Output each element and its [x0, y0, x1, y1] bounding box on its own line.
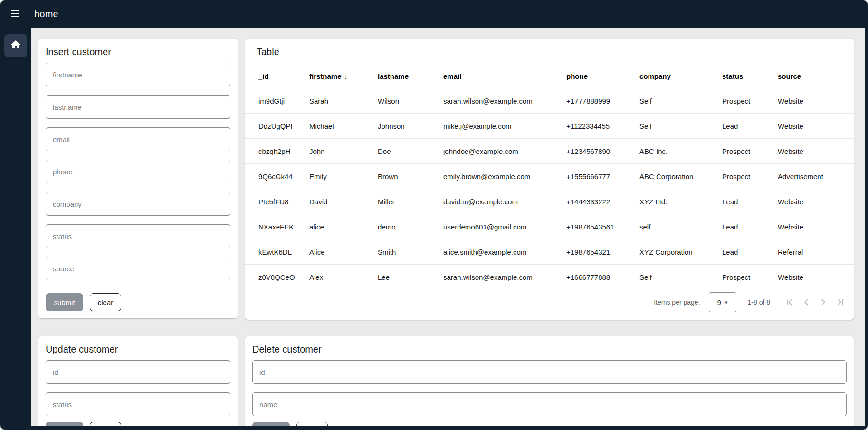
- cell-lastname: Miller: [378, 189, 443, 214]
- cell-email: userdemo601@gmail.com: [443, 214, 566, 239]
- cell-company: Self: [639, 265, 722, 290]
- column-header-source[interactable]: source: [778, 64, 854, 88]
- cell-phone: +1666777888: [566, 265, 639, 290]
- column-header-phone[interactable]: phone: [566, 64, 639, 88]
- cell-company: Self: [639, 114, 722, 139]
- insert-customer-title: Insert customer: [46, 46, 230, 57]
- cell-id: z0V0QCeO: [245, 265, 309, 290]
- cell-source: Referral: [778, 239, 854, 265]
- cell-status: Prospect: [722, 88, 778, 114]
- last-page-icon[interactable]: [832, 294, 849, 311]
- column-header-company[interactable]: company: [639, 64, 722, 88]
- page-range-label: 1-8 of 8: [748, 298, 770, 306]
- cell-source: Website: [778, 189, 854, 214]
- menu-icon[interactable]: [6, 4, 25, 23]
- cell-status: Lead: [722, 114, 778, 139]
- column-header-email[interactable]: email: [443, 64, 566, 88]
- column-header-firstname[interactable]: firstname↓: [309, 64, 378, 88]
- insert-clear-button[interactable]: clear: [90, 293, 121, 311]
- cell-email: emily.brown@example.com: [443, 164, 566, 189]
- cell-id: cbzqh2pH: [245, 139, 309, 164]
- previous-page-icon[interactable]: [798, 294, 815, 311]
- next-page-icon[interactable]: [815, 294, 832, 311]
- cell-source: Website: [778, 265, 854, 290]
- app-window: home Insert customer: [0, 0, 868, 430]
- cell-phone: +1777888999: [566, 88, 639, 114]
- main-content: Insert customer submit clear Table: [31, 28, 865, 426]
- delete-id-field[interactable]: [252, 360, 847, 384]
- table-card: Table _id firstname↓ lastname email: [245, 39, 854, 320]
- table-row: Pte5fFU8DavidMillerdavid.m@example.com+1…: [245, 189, 854, 214]
- cell-status: Prospect: [722, 265, 778, 290]
- insert-submit-button[interactable]: submit: [46, 293, 83, 311]
- first-page-icon[interactable]: [781, 294, 798, 311]
- cell-company: ABC Inc.: [639, 139, 722, 164]
- table-row: kEwtK6DLAliceSmithalice.smith@example.co…: [245, 239, 854, 265]
- cell-phone: +1122334455: [566, 114, 639, 139]
- cell-email: johndoe@example.com: [443, 139, 566, 164]
- update-customer-title: Update customer: [46, 344, 230, 355]
- column-header-lastname[interactable]: lastname: [378, 64, 443, 88]
- cell-lastname: demo: [378, 214, 443, 239]
- cell-firstname: John: [309, 139, 378, 164]
- cell-firstname: Sarah: [309, 88, 378, 114]
- cell-firstname: alice: [309, 214, 378, 239]
- cell-source: Website: [778, 139, 854, 164]
- cell-phone: +19876543561: [566, 214, 639, 239]
- update-customer-card: Update customer submit clear: [38, 336, 238, 426]
- cell-id: DdzUgQPI: [245, 114, 309, 139]
- cell-status: Prospect: [722, 139, 778, 164]
- cell-id: 9Q6cGk44: [245, 164, 309, 189]
- delete-clear-button[interactable]: clear: [296, 422, 328, 426]
- cell-firstname: David: [309, 189, 378, 214]
- dropdown-caret-icon: ▾: [725, 299, 728, 306]
- cell-company: Self: [639, 88, 722, 114]
- cell-lastname: Brown: [378, 164, 443, 189]
- delete-submit-button[interactable]: submit: [252, 422, 290, 426]
- status-field[interactable]: [46, 224, 230, 248]
- table-title: Table: [257, 46, 854, 57]
- column-header-id[interactable]: _id: [245, 64, 309, 88]
- sidebar-item-home[interactable]: [4, 34, 27, 57]
- email-field[interactable]: [46, 127, 230, 151]
- cell-lastname: Smith: [378, 239, 443, 265]
- company-field[interactable]: [46, 192, 230, 216]
- cell-company: ABC Corporation: [639, 164, 722, 189]
- update-id-field[interactable]: [46, 360, 230, 384]
- cell-lastname: Johnson: [378, 114, 443, 139]
- cell-lastname: Wilson: [378, 88, 443, 114]
- cell-email: sarah.wilson@example.com: [443, 88, 566, 114]
- cell-email: david.m@example.com: [443, 189, 566, 214]
- cell-id: NXaxeFEK: [245, 214, 309, 239]
- sort-desc-icon: ↓: [344, 72, 348, 80]
- cell-email: mike.j@example.com: [443, 114, 566, 139]
- page-size-select[interactable]: 9 ▾: [709, 292, 736, 312]
- cell-phone: +1444333222: [566, 189, 639, 214]
- update-submit-button[interactable]: submit: [46, 422, 83, 426]
- cell-company: self: [639, 214, 722, 239]
- firstname-field[interactable]: [46, 63, 230, 86]
- cell-source: Advertisement: [778, 164, 854, 189]
- update-status-field[interactable]: [46, 392, 230, 416]
- update-clear-button[interactable]: clear: [90, 422, 121, 426]
- items-per-page-label: Items per page:: [654, 298, 700, 306]
- cell-phone: +1555666777: [566, 164, 639, 189]
- cell-email: alice.smith@example.com: [443, 239, 566, 265]
- lastname-field[interactable]: [46, 95, 230, 119]
- cell-id: Pte5fFU8: [245, 189, 309, 214]
- cell-status: Prospect: [722, 164, 778, 189]
- column-header-status[interactable]: status: [722, 64, 778, 88]
- cell-firstname: Alice: [309, 239, 378, 265]
- cell-firstname: Alex: [309, 265, 378, 290]
- cell-lastname: Lee: [378, 265, 443, 290]
- source-field[interactable]: [46, 257, 230, 280]
- cell-status: Lead: [722, 239, 778, 265]
- table-paginator: Items per page: 9 ▾ 1-8 of 8: [245, 289, 854, 315]
- cell-status: Lead: [722, 214, 778, 239]
- customers-table: _id firstname↓ lastname email phone comp…: [245, 64, 854, 289]
- cell-firstname: Emily: [309, 164, 378, 189]
- delete-name-field[interactable]: [252, 392, 847, 416]
- table-row: im9dGtjiSarahWilsonsarah.wilson@example.…: [245, 88, 854, 114]
- table-row: 9Q6cGk44EmilyBrownemily.brown@example.co…: [245, 164, 854, 189]
- phone-field[interactable]: [46, 160, 230, 183]
